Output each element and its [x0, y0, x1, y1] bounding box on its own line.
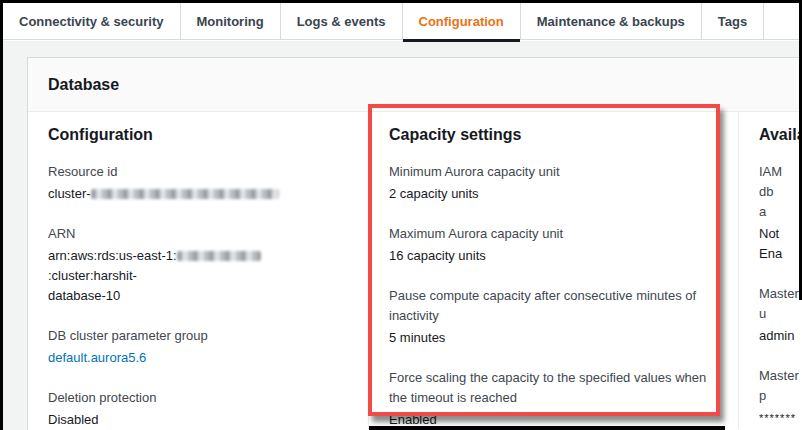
field-force-scaling: Force scaling the capacity to the specif…	[389, 368, 718, 430]
tab-tags[interactable]: Tags	[702, 3, 764, 39]
annotation-bottom-bar	[369, 426, 725, 430]
field-arn: ARN arn:aws:rds:us-east-1::cluster:harsh…	[48, 224, 348, 306]
screenshot-border-left	[0, 0, 3, 430]
field-db-cluster-parameter-group: DB cluster parameter group default.auror…	[48, 326, 348, 368]
configuration-heading: Configuration	[48, 126, 348, 144]
tab-logs-events[interactable]: Logs & events	[281, 3, 403, 39]
column-configuration: Configuration Resource id cluster- ARN a…	[28, 112, 368, 429]
page-background: Database Configuration Resource id clust…	[3, 41, 799, 430]
field-min-capacity: Minimum Aurora capacity unit 2 capacity …	[389, 162, 718, 204]
database-card: Database Configuration Resource id clust…	[27, 57, 799, 430]
field-master-username: Master u admin	[759, 284, 779, 346]
tab-monitoring[interactable]: Monitoring	[181, 3, 281, 39]
tab-connectivity-security[interactable]: Connectivity & security	[3, 3, 181, 39]
field-master-password: Master p *******	[759, 366, 779, 428]
column-availability: Availa IAM db a Not Ena Master u admin M…	[738, 112, 799, 429]
parameter-group-link[interactable]: default.aurora5.6	[48, 350, 146, 365]
field-iam-db-auth: IAM db a Not Ena	[759, 162, 779, 264]
field-deletion-protection: Deletion protection Disabled	[48, 388, 348, 430]
tab-maintenance-backups[interactable]: Maintenance & backups	[521, 3, 702, 39]
database-card-header: Database	[28, 58, 799, 112]
card-title: Database	[48, 76, 119, 94]
screenshot-border-top	[0, 0, 802, 3]
tab-bar: Connectivity & security Monitoring Logs …	[3, 3, 799, 40]
field-pause-compute: Pause compute capacity after consecutive…	[389, 286, 718, 348]
database-card-body: Configuration Resource id cluster- ARN a…	[28, 112, 799, 429]
field-resource-id: Resource id cluster-	[48, 162, 348, 204]
availability-heading: Availa	[759, 126, 779, 144]
redacted-account-id	[177, 251, 261, 261]
field-max-capacity: Maximum Aurora capacity unit 16 capacity…	[389, 224, 718, 266]
column-capacity-settings: Capacity settings Minimum Aurora capacit…	[368, 112, 738, 429]
tab-configuration[interactable]: Configuration	[403, 3, 521, 39]
capacity-settings-heading: Capacity settings	[389, 126, 718, 144]
redacted-resource-id	[91, 189, 279, 199]
